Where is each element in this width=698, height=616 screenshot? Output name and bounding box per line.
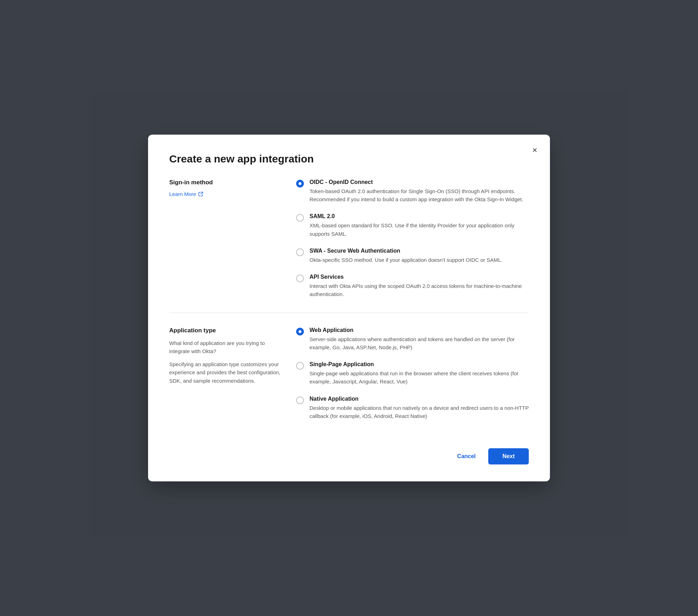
sign-in-method-options: OIDC - OpenID Connect Token-based OAuth … bbox=[296, 179, 529, 298]
sign-in-method-section: Sign-in method Learn More bbox=[169, 179, 529, 313]
radio-spa[interactable] bbox=[296, 362, 304, 370]
native-title: Native Application bbox=[310, 396, 529, 402]
spa-title: Single-Page Application bbox=[310, 361, 529, 368]
oidc-desc: Token-based OAuth 2.0 authentication for… bbox=[310, 187, 529, 204]
radio-button-swa[interactable] bbox=[296, 248, 304, 256]
api-desc: Interact with Okta APIs using the scoped… bbox=[310, 282, 529, 298]
application-type-label-area: Application type What kind of applicatio… bbox=[169, 327, 282, 420]
sign-in-option-swa[interactable]: SWA - Secure Web Authentication Okta-spe… bbox=[296, 248, 529, 264]
modal-footer: Cancel Next bbox=[169, 448, 529, 464]
swa-desc: Okta-specific SSO method. Use if your ap… bbox=[310, 256, 529, 264]
saml-desc: XML-based open standard for SSO. Use if … bbox=[310, 221, 529, 238]
app-type-option-web[interactable]: Web Application Server-side applications… bbox=[296, 327, 529, 352]
radio-native[interactable] bbox=[296, 396, 304, 404]
application-type-heading: Application type bbox=[169, 327, 282, 334]
learn-more-link[interactable]: Learn More bbox=[169, 191, 203, 197]
application-type-options: Web Application Server-side applications… bbox=[296, 327, 529, 420]
cancel-button[interactable]: Cancel bbox=[450, 449, 483, 464]
radio-button-native[interactable] bbox=[296, 396, 304, 404]
modal-overlay: × Create a new app integration Sign-in m… bbox=[0, 0, 698, 616]
sign-in-method-heading: Sign-in method bbox=[169, 179, 282, 186]
modal-title: Create a new app integration bbox=[169, 153, 529, 165]
radio-swa[interactable] bbox=[296, 248, 304, 256]
api-title: API Services bbox=[310, 274, 529, 280]
radio-api[interactable] bbox=[296, 275, 304, 282]
native-desc: Desktop or mobile applications that run … bbox=[310, 404, 529, 420]
app-type-option-spa[interactable]: Single-Page Application Single-page web … bbox=[296, 361, 529, 386]
app-type-option-native[interactable]: Native Application Desktop or mobile app… bbox=[296, 396, 529, 420]
radio-saml[interactable] bbox=[296, 214, 304, 222]
radio-button-oidc[interactable] bbox=[296, 180, 304, 187]
radio-oidc[interactable] bbox=[296, 180, 304, 187]
radio-web[interactable] bbox=[296, 328, 304, 335]
web-desc: Server-side applications where authentic… bbox=[310, 335, 529, 352]
radio-button-web[interactable] bbox=[296, 328, 304, 335]
close-button[interactable]: × bbox=[531, 144, 539, 156]
web-title: Web Application bbox=[310, 327, 529, 333]
saml-title: SAML 2.0 bbox=[310, 213, 529, 220]
modal: × Create a new app integration Sign-in m… bbox=[148, 135, 550, 481]
application-type-section: Application type What kind of applicatio… bbox=[169, 313, 529, 435]
spa-desc: Single-page web applications that run in… bbox=[310, 369, 529, 386]
application-type-desc1: What kind of application are you trying … bbox=[169, 339, 282, 356]
sign-in-option-api[interactable]: API Services Interact with Okta APIs usi… bbox=[296, 274, 529, 298]
radio-button-spa[interactable] bbox=[296, 362, 304, 370]
radio-button-saml[interactable] bbox=[296, 214, 304, 222]
application-type-desc2: Specifying an application type customize… bbox=[169, 360, 282, 385]
radio-button-api[interactable] bbox=[296, 275, 304, 282]
next-button[interactable]: Next bbox=[488, 448, 529, 464]
sign-in-option-oidc[interactable]: OIDC - OpenID Connect Token-based OAuth … bbox=[296, 179, 529, 204]
swa-title: SWA - Secure Web Authentication bbox=[310, 248, 529, 254]
oidc-title: OIDC - OpenID Connect bbox=[310, 179, 529, 185]
sign-in-method-label-area: Sign-in method Learn More bbox=[169, 179, 282, 298]
sign-in-option-saml[interactable]: SAML 2.0 XML-based open standard for SSO… bbox=[296, 213, 529, 238]
external-link-icon bbox=[198, 191, 203, 197]
